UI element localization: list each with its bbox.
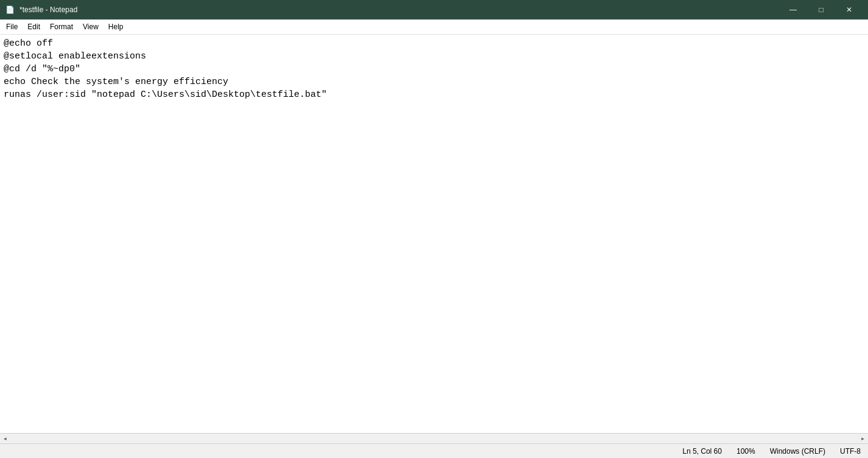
menu-view[interactable]: View — [78, 19, 103, 34]
scroll-track-horizontal[interactable] — [10, 434, 858, 443]
scroll-left-arrow[interactable]: ◄ — [0, 434, 10, 444]
line-ending: Windows (CRLF) — [770, 447, 825, 456]
menu-format[interactable]: Format — [45, 19, 78, 34]
title-bar-left: 📄 *testfile - Notepad — [5, 5, 77, 15]
menu-bar: File Edit Format View Help — [0, 19, 868, 35]
editor-textarea[interactable] — [0, 35, 868, 433]
menu-help[interactable]: Help — [103, 19, 128, 34]
horizontal-scrollbar: ◄ ► — [0, 433, 868, 443]
cursor-position: Ln 5, Col 60 — [682, 447, 722, 456]
app-icon: 📄 — [5, 5, 15, 15]
maximize-button[interactable]: □ — [807, 0, 835, 19]
editor-container — [0, 35, 868, 433]
status-bar: Ln 5, Col 60 100% Windows (CRLF) UTF-8 — [0, 443, 868, 458]
menu-edit[interactable]: Edit — [23, 19, 45, 34]
encoding: UTF-8 — [840, 447, 861, 456]
zoom-level: 100% — [737, 447, 755, 456]
close-button[interactable]: ✕ — [835, 0, 863, 19]
window-title: *testfile - Notepad — [19, 5, 77, 14]
title-bar-controls: — □ ✕ — [779, 0, 863, 19]
scroll-right-arrow[interactable]: ► — [858, 434, 868, 444]
menu-file[interactable]: File — [1, 19, 23, 34]
minimize-button[interactable]: — — [779, 0, 807, 19]
title-bar: 📄 *testfile - Notepad — □ ✕ — [0, 0, 868, 19]
